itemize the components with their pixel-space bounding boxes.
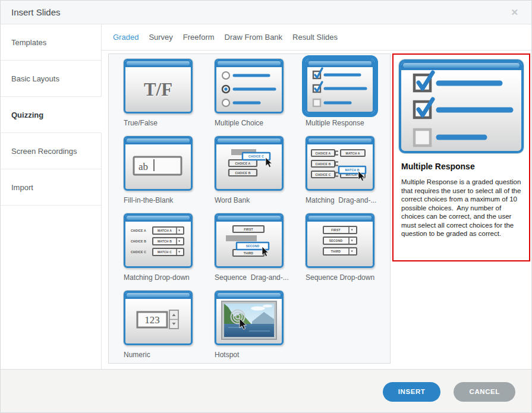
- svg-text:MATCH B: MATCH B: [345, 168, 359, 172]
- word-bank-icon: CHOICE A CHOICE B CHOICE C: [216, 144, 282, 189]
- grid-item-matching-drop-down[interactable]: CHOICE A MATCH A CHOICE B MATCH B: [124, 213, 215, 291]
- grid-item-true-false[interactable]: T/F True/False: [124, 59, 215, 136]
- grid-item-label: Numeric: [124, 351, 215, 359]
- svg-text:MATCH B: MATCH B: [158, 239, 172, 243]
- grid-item-word-bank[interactable]: CHOICE A CHOICE B CHOICE C Word Bank: [215, 136, 306, 213]
- matching-drag-icon: CHOICE A MATCH A CHOICE B CHOICE C: [307, 144, 373, 189]
- slide-type-grid: T/F True/False: [108, 53, 391, 364]
- svg-text:CHOICE B: CHOICE B: [131, 239, 146, 243]
- svg-text:CHOICE C: CHOICE C: [131, 250, 146, 254]
- close-icon[interactable]: ✕: [507, 7, 522, 18]
- svg-text:123: 123: [144, 314, 160, 326]
- multiple-choice-thumbnail: [215, 59, 284, 114]
- svg-text:SECOND: SECOND: [246, 244, 260, 248]
- slide-titlebar: [401, 62, 521, 70]
- sidebar: Templates Basic Layouts Quizzing Screen …: [1, 24, 102, 369]
- content-area: Graded Survey Freeform Draw From Bank Re…: [102, 24, 531, 369]
- matching-dropdown-icon: CHOICE A MATCH A CHOICE B MATCH B: [125, 222, 191, 266]
- fill-in-the-blank-thumbnail: ab: [124, 136, 193, 191]
- sequence-drop-down-thumbnail: FIRST SECOND THIRD: [306, 213, 374, 268]
- dialog-body: Templates Basic Layouts Quizzing Screen …: [1, 24, 531, 369]
- svg-text:CHOICE B: CHOICE B: [235, 171, 250, 175]
- svg-text:CHOICE C: CHOICE C: [248, 155, 264, 158]
- svg-text:ab: ab: [138, 161, 148, 172]
- grid-item-label: Sequence Drop-down: [306, 273, 391, 282]
- svg-text:SECOND: SECOND: [329, 239, 343, 242]
- svg-text:THIRD: THIRD: [244, 251, 253, 255]
- multiple-response-thumbnail: [306, 59, 374, 114]
- sidebar-item-screen-recordings[interactable]: Screen Recordings: [1, 133, 102, 169]
- grid-item-matching-drag-and-drop[interactable]: CHOICE A MATCH A CHOICE B CHOICE C: [306, 136, 391, 213]
- tab-bar: Graded Survey Freeform Draw From Bank Re…: [102, 24, 531, 51]
- grid-item-label: Multiple Response: [306, 119, 391, 127]
- matching-drop-down-thumbnail: CHOICE A MATCH A CHOICE B MATCH B: [124, 213, 193, 268]
- svg-text:MATCH A: MATCH A: [346, 152, 360, 155]
- tab-result-slides[interactable]: Result Slides: [292, 33, 338, 42]
- numeric-spinner-icon: 123: [125, 299, 191, 343]
- sequence-dropdown-icon: FIRST SECOND THIRD: [307, 222, 373, 266]
- slide-titlebar: [125, 61, 191, 67]
- svg-text:MATCH A: MATCH A: [158, 229, 172, 232]
- detail-title: Multiple Response: [401, 162, 525, 171]
- slide-titlebar: [307, 138, 373, 144]
- cancel-button[interactable]: CANCEL: [454, 382, 515, 402]
- hotspot-thumbnail: [215, 291, 284, 345]
- slide-titlebar: [216, 61, 282, 67]
- grid-item-label: Hotspot: [215, 351, 306, 359]
- sequence-drag-and-drop-thumbnail: FIRST THIRD SECOND: [215, 213, 284, 268]
- radio-list-icon: [216, 67, 282, 112]
- insert-slides-dialog: Insert Slides ✕ Templates Basic Layouts …: [0, 0, 532, 413]
- text-entry-icon: ab: [125, 144, 191, 189]
- tab-freeform[interactable]: Freeform: [183, 33, 215, 42]
- checkbox-list-preview-icon: [401, 70, 521, 151]
- svg-text:CHOICE A: CHOICE A: [131, 229, 146, 232]
- slide-titlebar: [125, 215, 191, 222]
- svg-text:FIRST: FIRST: [244, 228, 253, 231]
- slide-titlebar: [307, 215, 373, 222]
- grid-item-numeric[interactable]: 123 Numeric: [124, 291, 215, 364]
- sidebar-item-templates[interactable]: Templates: [1, 24, 102, 61]
- grid-item-label: True/False: [124, 119, 215, 127]
- svg-text:CHOICE B: CHOICE B: [315, 162, 330, 166]
- sidebar-filler: [1, 206, 102, 369]
- grid-item-sequence-drop-down[interactable]: FIRST SECOND THIRD: [306, 213, 391, 291]
- tab-survey[interactable]: Survey: [149, 33, 172, 42]
- slide-titlebar: [125, 292, 191, 299]
- grid-item-label: Matching Drop-down: [124, 273, 215, 282]
- detail-panel: Multiple Response Multiple Response is a…: [392, 53, 530, 261]
- grid-item-sequence-drag-and-drop[interactable]: FIRST THIRD SECOND Sequence Dr: [215, 213, 306, 291]
- sequence-drag-icon: FIRST THIRD SECOND: [216, 222, 282, 266]
- checkbox-list-icon: [307, 67, 373, 112]
- slide-titlebar: [307, 61, 373, 67]
- svg-text:FIRST: FIRST: [331, 228, 340, 232]
- grid-item-fill-in-the-blank[interactable]: ab Fill-in-the-Blank: [124, 136, 215, 213]
- sidebar-item-quizzing[interactable]: Quizzing: [1, 97, 102, 133]
- slide-titlebar: [216, 138, 282, 144]
- numeric-thumbnail: 123: [124, 291, 193, 345]
- grid-item-label: Multiple Choice: [215, 119, 306, 127]
- svg-text:MATCH C: MATCH C: [158, 250, 172, 254]
- tab-draw-from-bank[interactable]: Draw From Bank: [225, 33, 283, 42]
- svg-text:THIRD: THIRD: [331, 250, 341, 253]
- word-bank-thumbnail: CHOICE A CHOICE B CHOICE C: [215, 136, 284, 191]
- slide-titlebar: [216, 215, 282, 222]
- sidebar-item-basic-layouts[interactable]: Basic Layouts: [1, 61, 102, 97]
- grid-item-multiple-response[interactable]: Multiple Response: [306, 59, 391, 136]
- hotspot-photo-icon: [216, 299, 282, 343]
- sidebar-item-import[interactable]: Import: [1, 169, 102, 206]
- grid-item-label: Sequence Drag-and-...: [215, 273, 306, 282]
- svg-text:CHOICE C: CHOICE C: [315, 173, 330, 176]
- dialog-header: Insert Slides ✕: [1, 1, 531, 24]
- multiple-response-preview: [399, 59, 524, 153]
- content-row: T/F True/False: [102, 51, 531, 369]
- grid-item-label: Matching Drag-and-...: [306, 196, 391, 204]
- grid-item-hotspot[interactable]: Hotspot: [215, 291, 306, 364]
- grid-item-multiple-choice[interactable]: Multiple Choice: [215, 59, 306, 136]
- slide-titlebar: [216, 292, 282, 299]
- true-false-thumbnail: T/F: [124, 59, 193, 114]
- insert-button[interactable]: INSERT: [383, 382, 441, 402]
- detail-description: Multiple Response is a graded question t…: [401, 178, 521, 238]
- matching-drag-and-drop-thumbnail: CHOICE A MATCH A CHOICE B CHOICE C: [306, 136, 374, 191]
- tab-graded[interactable]: Graded: [113, 33, 138, 42]
- grid-item-label: Word Bank: [215, 196, 306, 204]
